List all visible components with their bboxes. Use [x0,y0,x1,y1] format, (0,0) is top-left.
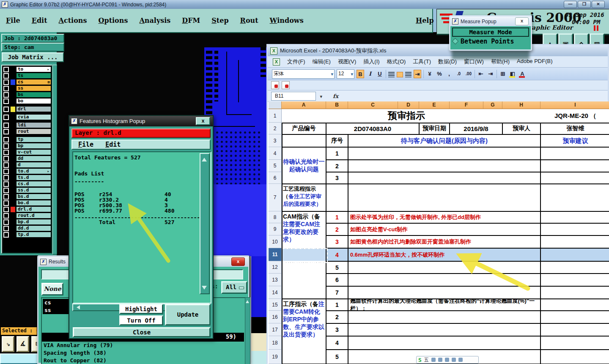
row-header[interactable]: 4 [269,147,282,160]
layer-visibility-checkbox[interactable] [3,181,9,187]
filter-dropdown[interactable]: All [221,281,247,294]
cell[interactable]: 7 [326,286,348,299]
column-header[interactable]: G [483,101,502,109]
layer-color-chip[interactable] [11,181,15,187]
align-left-icon[interactable] [388,72,395,77]
layer-color-chip[interactable] [11,67,15,72]
layer-color-chip[interactable] [11,107,15,112]
layer-color-chip[interactable] [11,188,15,193]
menu-item[interactable]: Edit [105,140,121,149]
row-header[interactable]: 17 [269,323,282,336]
cell[interactable]: 预审建议 [540,134,609,147]
layer-name[interactable]: bp.d [16,219,51,225]
layer-color-chip[interactable] [11,73,15,79]
layer-row[interactable]: v-cut [3,149,51,155]
ime-account-icon[interactable] [452,358,456,362]
layer-name[interactable]: ss.d [16,187,51,193]
layer-name[interactable]: to [16,66,51,72]
layer-color-chip[interactable] [11,213,15,219]
cell[interactable] [540,336,609,350]
vertical-scrollbar[interactable] [200,153,210,294]
layer-visibility-checkbox[interactable] [3,92,9,98]
layer-name[interactable]: ss [16,85,51,91]
cell[interactable]: 翘曲软件计算出的最大理论翘曲度（需备注在终检的“计算理论翘曲度(%)”一栏）： [348,299,540,311]
cell[interactable] [282,134,326,147]
row-header[interactable]: 12 [269,261,282,274]
font-color-icon[interactable]: A [518,70,526,78]
cell[interactable] [348,311,540,323]
cell[interactable] [348,147,540,160]
layer-name[interactable]: d [16,162,51,168]
layer-name[interactable]: ts.d [16,175,51,181]
cell[interactable]: 2 [326,223,348,235]
cell[interactable]: 5 [326,261,348,274]
layer-name[interactable]: bo.d [16,200,51,206]
column-header[interactable]: B [326,101,348,109]
menu-item[interactable]: Actions [59,16,87,25]
cell[interactable] [540,323,609,336]
layer-visibility-checkbox[interactable] [3,79,9,85]
layer-row[interactable]: tp.d [3,232,51,238]
layer-name[interactable]: drl.d [16,206,51,212]
cell[interactable] [540,350,609,364]
layer-name[interactable]: bo [16,98,51,104]
layer-visibility-checkbox[interactable] [3,194,9,200]
layer-row[interactable]: ts [3,73,51,79]
excel-sheet[interactable]: A B C D E F G H I 1 2 3 4 5 6 7 8 9 10 1… [269,101,609,364]
layer-color-chip[interactable] [11,226,15,231]
cell[interactable]: 3 [326,323,348,336]
cell[interactable] [348,323,540,336]
features-title-bar[interactable]: ✗ Features Histogram Popup x [69,116,213,126]
layer-row[interactable]: ldi [3,122,51,128]
row-header[interactable]: 15 [269,299,282,311]
pdf-email-icon[interactable] [282,81,290,89]
cell[interactable]: 3 [326,172,348,184]
row-header-selected[interactable]: 11 [269,248,282,261]
layer-visibility-checkbox[interactable] [3,137,9,142]
cell[interactable]: 待与客户确认问题(原因与内容) [348,134,540,147]
excel-menu-item[interactable]: 文件(F) [287,58,305,66]
cell[interactable]: 图示处半弧为丝印，无需做铣开制作, 外形已dd层制作 [348,211,540,223]
cell[interactable]: 张智维 [540,123,609,134]
layer-color-chip[interactable] [11,169,15,174]
cell[interactable]: 2D074083A0 [326,123,419,134]
cell[interactable]: 产品编号 [282,123,326,134]
cell[interactable]: 4 [326,336,348,350]
excel-menu-item[interactable]: 视图(V) [338,58,356,66]
layer-visibility-checkbox[interactable] [3,219,9,225]
layer-name[interactable]: bs.d [16,194,51,200]
layer-visibility-checkbox[interactable] [3,188,9,193]
cell[interactable] [540,172,609,184]
layer-visibility-checkbox[interactable] [3,162,9,168]
measure-diagonal-button[interactable]: ⇘ [2,336,14,352]
align-right-icon[interactable] [405,72,411,77]
row-header[interactable]: 2 [269,123,282,134]
section-cell[interactable]: 待确认光绘时一起确认问题 [282,147,326,184]
minimize-button[interactable]: — [564,1,577,8]
column-header[interactable]: C [348,101,398,109]
layer-name[interactable]: ldi [16,122,51,128]
cell[interactable]: 如图点亮处需V-cut制作 [348,223,540,235]
row-header[interactable]: 7 [269,184,282,211]
merge-center-icon[interactable]: ⇥ [414,70,421,78]
excel-menu-item[interactable]: 格式(O) [387,58,406,66]
cell[interactable] [540,147,609,160]
ime-settings-icon[interactable] [458,358,463,362]
ime-logo[interactable]: S [418,357,422,363]
column-header[interactable]: I [540,101,609,109]
layer-color-chip[interactable] [11,200,15,206]
bold-button[interactable]: B [357,70,364,78]
measure-option-between-points[interactable]: Between Points [453,38,514,45]
cell-selected[interactable] [540,248,609,261]
layer-row[interactable]: bo.d [3,200,51,206]
menu-item[interactable]: DFM [182,16,200,25]
font-size-select[interactable]: 12 [337,69,354,79]
layer-row[interactable]: ts.d [3,175,51,181]
layer-color-chip[interactable] [11,137,15,142]
layer-visibility-checkbox[interactable] [3,86,9,91]
menu-item[interactable]: Windows [270,16,304,25]
cell[interactable] [326,184,348,211]
cell[interactable] [348,172,540,184]
layer-name[interactable]: rout [16,129,51,134]
menu-item[interactable]: File [6,16,20,25]
